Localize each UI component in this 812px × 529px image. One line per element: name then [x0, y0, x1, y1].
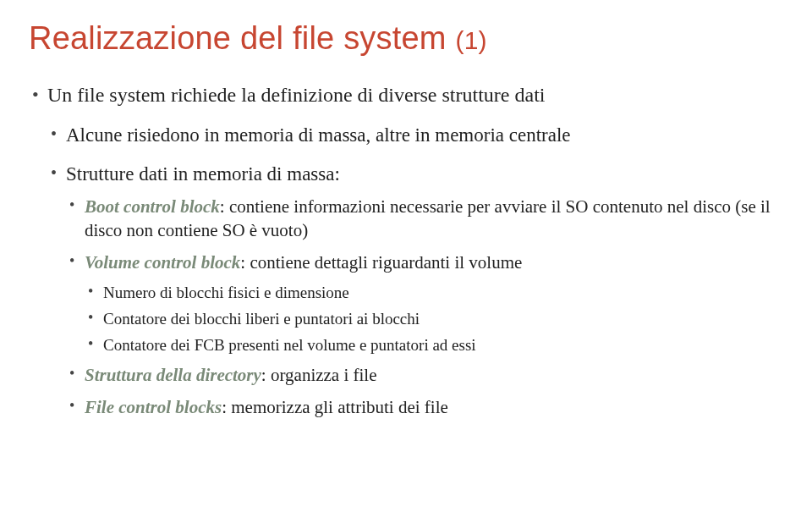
list-item: Boot control block: contiene informazion… — [66, 196, 783, 242]
bullet-text: Alcune risiedono in memoria di massa, al… — [66, 124, 571, 146]
list-item: Struttura della directory: organizza i f… — [66, 364, 783, 388]
title-suffix: (1) — [455, 26, 486, 54]
bullet-list-level3: Boot control block: contiene informazion… — [66, 196, 783, 419]
list-item: Numero di blocchi fisici e dimensione — [85, 282, 783, 303]
bullet-text: : organizza i file — [261, 365, 377, 385]
title-main: Realizzazione del file system — [29, 20, 447, 56]
list-item: Volume control block: contiene dettagli … — [66, 251, 783, 355]
bullet-text: Strutture dati in memoria di massa: — [66, 163, 340, 185]
bullet-list-level2: Alcune risiedono in memoria di massa, al… — [47, 123, 783, 420]
list-item: Alcune risiedono in memoria di massa, al… — [47, 123, 783, 148]
term-file-control-blocks: File control blocks — [85, 397, 222, 417]
list-item: File control blocks: memorizza gli attri… — [66, 396, 783, 420]
bullet-list-level1: Un file system richiede la definizione d… — [29, 82, 783, 419]
bullet-text: : memorizza gli attributi dei file — [222, 397, 448, 417]
bullet-text: : contiene dettagli riguardanti il volum… — [240, 252, 522, 273]
slide-title: Realizzazione del file system (1) — [29, 20, 783, 57]
term-volume-control-block: Volume control block — [85, 252, 240, 273]
list-item: Contatore dei FCB presenti nel volume e … — [85, 334, 783, 355]
term-boot-control-block: Boot control block — [85, 196, 220, 217]
bullet-list-level4: Numero di blocchi fisici e dimensione Co… — [85, 282, 783, 355]
bullet-text: Contatore dei FCB presenti nel volume e … — [103, 336, 476, 354]
bullet-text: Contatore dei blocchi liberi e puntatori… — [103, 310, 420, 328]
bullet-text: Un file system richiede la definizione d… — [47, 84, 545, 106]
list-item: Contatore dei blocchi liberi e puntatori… — [85, 308, 783, 329]
list-item: Strutture dati in memoria di massa: Boot… — [47, 162, 783, 419]
bullet-text: Numero di blocchi fisici e dimensione — [103, 284, 349, 301]
list-item: Un file system richiede la definizione d… — [29, 82, 783, 419]
term-struttura-directory: Struttura della directory — [85, 365, 261, 385]
